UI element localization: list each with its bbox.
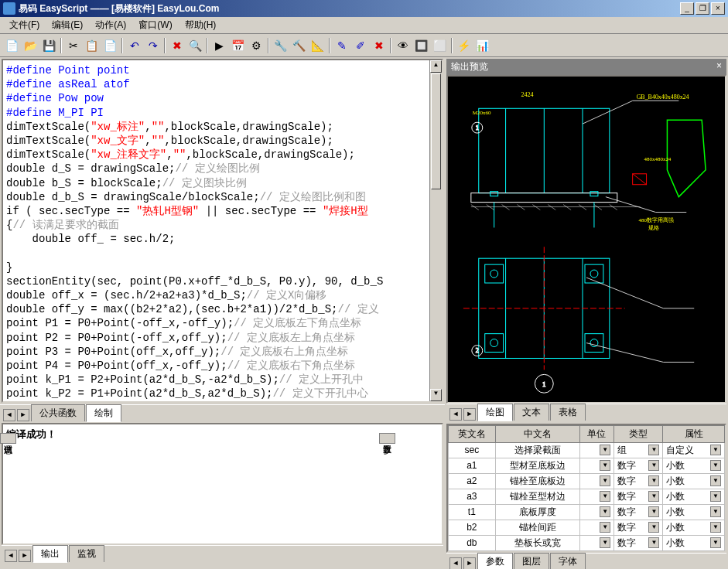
table-row[interactable]: a2锚栓至底板边▼数字▼小数▼ (449, 473, 725, 489)
dropdown-icon[interactable]: ▼ (600, 460, 610, 471)
dropdown-icon[interactable]: ▼ (710, 522, 721, 533)
dropdown-icon[interactable]: ▼ (648, 475, 659, 486)
prev-tab-next-icon[interactable]: ► (463, 408, 476, 421)
table-row[interactable]: db垫板长或宽▼数字▼小数▼ (449, 535, 725, 550)
table-row[interactable]: b2锚栓间距▼数字▼小数▼ (449, 520, 725, 535)
dropdown-icon[interactable]: ▼ (600, 445, 610, 455)
cell-cn[interactable]: 锚栓间距 (495, 520, 579, 535)
preview-b-icon[interactable]: 🔲 (412, 37, 430, 54)
cell-attr[interactable]: 小数▼ (663, 489, 725, 504)
dropdown-icon[interactable]: ▼ (710, 506, 721, 517)
dropdown-icon[interactable]: ▼ (648, 491, 659, 502)
dropdown-icon[interactable]: ▼ (600, 537, 610, 548)
cell-attr[interactable]: 小数▼ (663, 473, 725, 489)
table-row[interactable]: a3锚栓至型材边▼数字▼小数▼ (449, 489, 725, 504)
config-c-icon[interactable]: 📐 (309, 37, 326, 54)
table-row[interactable]: sec选择梁截面▼组▼自定义▼ (449, 442, 725, 458)
cell-unit[interactable]: ▼ (579, 473, 614, 489)
dropdown-icon[interactable]: ▼ (648, 445, 659, 455)
wand-a-icon[interactable]: ✎ (333, 37, 350, 54)
cell-type[interactable]: 数字▼ (614, 473, 663, 489)
cell-en[interactable]: t1 (449, 504, 496, 520)
cell-type[interactable]: 数字▼ (614, 458, 663, 473)
cell-unit[interactable]: ▼ (579, 489, 614, 504)
preview-a-icon[interactable]: 👁 (394, 37, 412, 54)
cell-cn[interactable]: 底板厚度 (495, 504, 579, 520)
dropdown-icon[interactable]: ▼ (648, 506, 659, 517)
config-a-icon[interactable]: 🔧 (272, 37, 289, 54)
run-icon[interactable]: ▶ (210, 37, 228, 54)
cell-en[interactable]: b2 (449, 520, 496, 535)
cell-cn[interactable]: 垫板长或宽 (495, 535, 579, 550)
tab-fonts[interactable]: 字体 (550, 553, 586, 569)
tab-public-func[interactable]: 公共函数 (31, 404, 85, 421)
cell-type[interactable]: 数字▼ (614, 520, 663, 535)
tab-watch[interactable]: 监视 (69, 545, 104, 562)
clear-icon[interactable]: ✖ (370, 37, 388, 54)
new-icon[interactable]: 📄 (3, 37, 21, 54)
col-attr[interactable]: 属性 (663, 425, 725, 442)
cad-preview[interactable]: 1 2424 GB_B40x40x480x24 M20x60 480x480x2… (446, 75, 726, 404)
delete-icon[interactable]: ✖ (168, 37, 186, 54)
dropdown-icon[interactable]: ▼ (710, 475, 721, 486)
date-icon[interactable]: 📅 (229, 37, 247, 54)
redo-icon[interactable]: ↷ (144, 37, 162, 54)
tab-table[interactable]: 表格 (550, 404, 586, 421)
dropdown-icon[interactable]: ▼ (600, 491, 610, 502)
cell-en[interactable]: a1 (449, 458, 496, 473)
dropdown-icon[interactable]: ▼ (710, 491, 721, 502)
cell-en[interactable]: a3 (449, 489, 496, 504)
close-button[interactable]: × (711, 2, 725, 15)
tool-y-icon[interactable]: 📊 (473, 37, 491, 54)
out-tab-next-icon[interactable]: ► (19, 550, 31, 562)
preview-c-icon[interactable]: ⬜ (431, 37, 449, 54)
dropdown-icon[interactable]: ▼ (600, 475, 610, 486)
paste-icon[interactable]: 📄 (101, 37, 119, 54)
cell-cn[interactable]: 锚栓至底板边 (495, 473, 579, 489)
param-tab-prev-icon[interactable]: ◄ (449, 557, 462, 569)
cell-unit[interactable]: ▼ (579, 504, 614, 520)
dropdown-icon[interactable]: ▼ (648, 522, 659, 533)
dropdown-icon[interactable]: ▼ (648, 460, 659, 471)
cell-attr[interactable]: 自定义▼ (663, 442, 725, 458)
cell-type[interactable]: 数字▼ (614, 535, 663, 550)
prev-tab-prev-icon[interactable]: ◄ (449, 408, 462, 421)
save-icon[interactable]: 💾 (40, 37, 58, 54)
cell-en[interactable]: a2 (449, 473, 496, 489)
cell-type[interactable]: 数字▼ (614, 504, 663, 520)
dropdown-icon[interactable]: ▼ (648, 537, 659, 548)
find-icon[interactable]: 🔍 (186, 37, 204, 54)
tab-layers[interactable]: 图层 (514, 553, 549, 569)
undo-icon[interactable]: ↶ (125, 37, 143, 54)
menu-window[interactable]: 窗口(W) (132, 17, 178, 33)
cell-unit[interactable]: ▼ (579, 442, 614, 458)
wand-b-icon[interactable]: ✐ (351, 37, 369, 54)
cell-attr[interactable]: 小数▼ (663, 458, 725, 473)
sidetab-debug[interactable]: 调试信息 (0, 433, 16, 444)
tab-draw[interactable]: 绘制 (86, 404, 121, 422)
col-unit[interactable]: 单位 (579, 425, 614, 442)
cell-type[interactable]: 数字▼ (614, 489, 663, 504)
config-b-icon[interactable]: 🔨 (290, 37, 308, 54)
copy-icon[interactable]: 📋 (83, 37, 101, 54)
cell-unit[interactable]: ▼ (579, 520, 614, 535)
menu-action[interactable]: 动作(A) (89, 17, 132, 33)
cell-cn[interactable]: 选择梁截面 (495, 442, 579, 458)
col-cn[interactable]: 中文名 (495, 425, 579, 442)
cell-en[interactable]: sec (449, 442, 496, 458)
dropdown-icon[interactable]: ▼ (710, 537, 721, 548)
minimize-button[interactable]: _ (680, 2, 694, 15)
dropdown-icon[interactable]: ▼ (710, 460, 721, 471)
menu-edit[interactable]: 编辑(E) (46, 17, 89, 33)
tab-next-icon[interactable]: ► (17, 409, 29, 421)
tab-text[interactable]: 文本 (514, 404, 549, 421)
open-icon[interactable]: 📂 (22, 37, 39, 54)
out-tab-prev-icon[interactable]: ◄ (5, 550, 17, 562)
cell-cn[interactable]: 型材至底板边 (495, 458, 579, 473)
preview-close-icon[interactable]: × (716, 60, 722, 73)
code-editor[interactable]: #define Point point #define asReal atof … (2, 59, 443, 403)
cell-attr[interactable]: 小数▼ (663, 535, 725, 550)
param-tab-next-icon[interactable]: ► (463, 557, 476, 569)
table-row[interactable]: t1底板厚度▼数字▼小数▼ (449, 504, 725, 520)
cell-unit[interactable]: ▼ (579, 458, 614, 473)
